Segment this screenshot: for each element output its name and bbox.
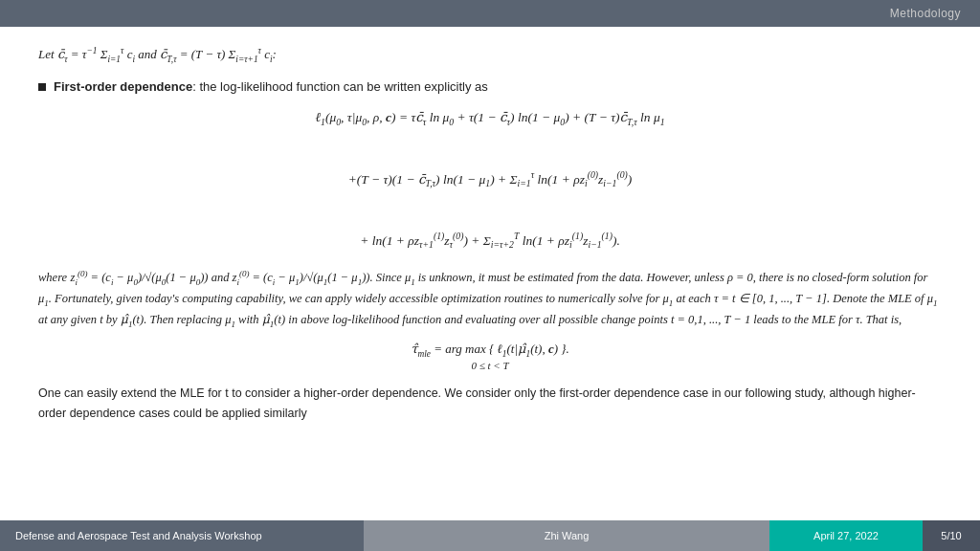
formula-block: ℓ1(μ0, τ|μ0, ρ, c) = τc̄τ ln μ0 + τ(1 − … — [38, 103, 942, 255]
footer-date: April 27, 2022 — [769, 520, 923, 551]
bullet-item: First-order dependence: the log-likeliho… — [38, 79, 942, 94]
main-content: Let c̄τ = τ−1 Σi=1τ ci and c̄T,τ = (T − … — [0, 27, 980, 505]
header-title: Methodology — [890, 7, 961, 20]
footer-author: Zhi Wang — [545, 530, 590, 541]
intro-text: Let c̄τ = τ−1 Σi=1τ ci and c̄T,τ = (T − … — [38, 44, 942, 66]
formula-line-1: ℓ1(μ0, τ|μ0, ρ, c) = τc̄τ ln μ0 + τ(1 − … — [38, 103, 942, 132]
header: Methodology — [0, 0, 980, 27]
bullet-square-icon — [38, 83, 46, 91]
footer-page: 5/10 — [923, 520, 980, 551]
footer-date-label: April 27, 2022 — [813, 530, 879, 541]
footer-center: Zhi Wang — [364, 520, 769, 551]
footer-workshop-label: Defense and Aerospace Test and Analysis … — [15, 530, 262, 541]
footer-left: Defense and Aerospace Test and Analysis … — [0, 520, 364, 551]
formula-line-2: +(T − τ)(1 − c̄T,τ) ln(1 − μ1) + Σi=1τ l… — [38, 165, 942, 194]
footer: Defense and Aerospace Test and Analysis … — [0, 520, 980, 551]
description-text: where zi(0) = (ci − μ0)/√(μ0(1 − μ0)) an… — [38, 267, 942, 332]
bullet-rest: : the log-likelihood function can be wri… — [192, 79, 488, 94]
mle-formula: τ̂mle = arg max { ℓ1(t|μ̂1(t), c) }. 0 ≤… — [38, 342, 942, 373]
conclusion-text: One can easily extend the MLE for t to c… — [38, 384, 942, 423]
footer-page-number: 5/10 — [941, 530, 961, 541]
bullet-section: First-order dependence: the log-likeliho… — [38, 79, 942, 94]
bullet-label: First-order dependence — [54, 79, 192, 94]
formula-line-3: + ln(1 + ρzτ+1(1)zτ(0)) + Σi=τ+2T ln(1 +… — [38, 226, 942, 255]
